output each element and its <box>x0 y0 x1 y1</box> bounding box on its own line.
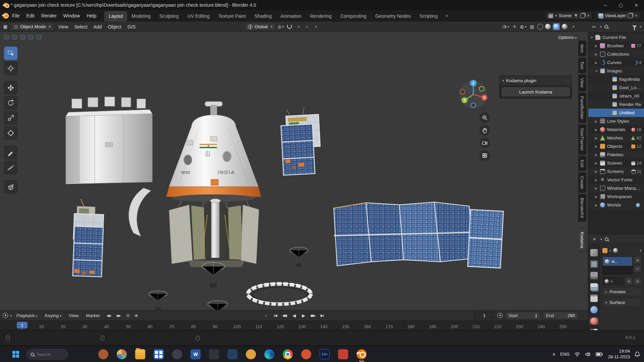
model-heat-shield[interactable] <box>129 188 151 236</box>
menu-item[interactable]: Help <box>83 11 100 20</box>
model-antenna-right[interactable] <box>290 247 308 267</box>
language-indicator[interactable]: ENG <box>560 352 570 357</box>
outliner-search-icon[interactable] <box>604 25 608 28</box>
taskbar-app-icon[interactable] <box>207 347 221 361</box>
model-avionics-module[interactable] <box>66 97 152 184</box>
add-workspace-button[interactable]: + <box>442 11 451 20</box>
menu-item[interactable]: File <box>9 11 23 20</box>
jump-next-keyframe-button[interactable]: ◆▶ <box>115 313 122 318</box>
sidebar-tab[interactable]: FaceBuilder <box>578 93 586 123</box>
properties-tab[interactable] <box>589 295 599 302</box>
add-slot-button[interactable]: + <box>634 256 641 264</box>
playhead-marker[interactable]: 1 <box>17 322 28 328</box>
overlays-dropdown[interactable]: ◍ <box>520 23 527 30</box>
viewport-menu-item[interactable]: Add <box>91 22 105 31</box>
taskbar-app-icon[interactable] <box>114 347 129 361</box>
viewport-toggle-icon[interactable] <box>36 35 42 40</box>
properties-tab[interactable] <box>589 283 599 291</box>
snap-settings-dropdown[interactable] <box>295 23 302 30</box>
sidebar-tab[interactable]: BlenderKit <box>578 194 586 222</box>
material-slot-empty[interactable] <box>603 266 632 275</box>
navigation-gizmo[interactable]: Z X Y <box>458 79 488 110</box>
play-button[interactable]: ▶ <box>299 312 308 319</box>
disclosure-arrow[interactable]: ▶ <box>595 53 600 56</box>
sidebar-tab[interactable]: GeoTracker <box>578 124 586 155</box>
surface-section-header[interactable]: ▾ Surface <box>602 298 641 307</box>
viewport-toggle-icon[interactable] <box>11 35 18 40</box>
preview-section-header[interactable]: ▸ Preview <box>602 288 641 296</box>
options-dropdown[interactable]: Options <box>558 35 577 40</box>
jump-to-end-button[interactable]: ▶| <box>318 312 327 319</box>
taskbar-app-icon[interactable] <box>336 347 351 361</box>
outliner-row[interactable]: ▶ Palettes <box>588 150 644 159</box>
workspace-tab[interactable]: Animation <box>276 11 306 21</box>
outliner-display-dropdown[interactable]: ▾ <box>600 25 602 28</box>
disclosure-arrow[interactable]: ▶ <box>595 128 600 131</box>
tool-add-cube[interactable] <box>4 180 17 194</box>
notification-bell-icon[interactable] <box>635 351 640 357</box>
disclosure-arrow[interactable]: ▶ <box>595 44 600 48</box>
panel-drag-handle[interactable]: :::: <box>564 79 569 83</box>
camera-view-button[interactable] <box>479 138 490 148</box>
disclosure-arrow[interactable]: ▼ <box>590 36 595 39</box>
viewport-3d[interactable]: भारत INDIA <box>0 32 588 310</box>
disclosure-arrow[interactable]: ▶ <box>595 61 600 64</box>
jump-to-start-button[interactable]: |◀ <box>271 312 280 319</box>
snap-magnet-icon[interactable] <box>286 23 293 30</box>
menu-item[interactable]: Edit <box>23 11 38 20</box>
sidebar-tab[interactable]: Edit <box>578 156 586 171</box>
outliner-row[interactable]: ▼ Images <box>588 67 644 75</box>
taskbar-app-icon[interactable] <box>170 347 184 361</box>
disclosure-arrow[interactable]: ▶ <box>595 195 600 198</box>
scene-browse-arrow[interactable]: ▾ <box>555 14 557 17</box>
sidebar-tab[interactable]: View <box>578 74 586 91</box>
model-service-module[interactable] <box>169 199 259 267</box>
tool-cursor[interactable] <box>4 62 17 75</box>
properties-editor-dropdown[interactable]: ▾ <box>600 237 602 241</box>
remove-slot-button[interactable]: − <box>634 265 641 273</box>
current-frame-field[interactable]: 1 <box>474 312 495 319</box>
workspace-tab[interactable]: Scripting <box>415 11 442 21</box>
outliner-row[interactable]: ▶ Objects 12 <box>588 142 644 150</box>
tool-annotate[interactable] <box>4 146 17 159</box>
viewlayer-selector[interactable]: ViewLayer × <box>596 12 640 19</box>
model-antenna-left[interactable] <box>149 291 167 310</box>
sync-button[interactable]: ◈ <box>133 312 139 319</box>
blender-menu-icon[interactable] <box>3 13 9 19</box>
remove-viewlayer-icon[interactable]: × <box>635 13 637 18</box>
outliner-row[interactable]: ▶ Collections <box>588 50 644 58</box>
model-solar-array[interactable] <box>334 202 503 268</box>
scene-canvas[interactable]: भारत INDIA <box>0 32 588 310</box>
taskbar-app-icon[interactable] <box>96 347 111 361</box>
viewport-menu-item[interactable]: Select <box>71 22 91 31</box>
model-antenna-bottom[interactable] <box>208 301 227 310</box>
next-keyframe-button[interactable]: ◆▶ <box>309 312 317 319</box>
workspace-tab[interactable]: Texture Paint <box>214 11 250 21</box>
sidebar-tab[interactable]: Tool <box>578 58 586 73</box>
tool-rotate[interactable] <box>4 96 17 110</box>
object-icon[interactable] <box>602 248 607 253</box>
workspace-tab[interactable]: UV Editing <box>183 11 214 21</box>
properties-tab[interactable] <box>589 272 599 279</box>
editor-type-icon[interactable]: ▦ <box>2 23 9 30</box>
model-adapter-ring[interactable] <box>248 283 311 304</box>
volume-icon[interactable] <box>585 352 591 357</box>
outliner-filter-icon[interactable] <box>632 25 637 28</box>
tool-scale[interactable] <box>4 111 17 125</box>
taskbar-app-icon[interactable] <box>151 347 166 361</box>
properties-search-icon[interactable] <box>605 237 608 241</box>
hidden-icons-chevron[interactable]: ∧ <box>552 352 556 357</box>
outliner-row[interactable]: flagofindia <box>588 75 644 83</box>
taskbar-search[interactable] <box>26 349 68 360</box>
taskbar-app-icon[interactable]: Lrc <box>317 347 332 361</box>
taskbar-app-icon[interactable] <box>299 347 314 361</box>
new-scene-icon[interactable] <box>580 13 585 18</box>
pin-icon[interactable] <box>574 13 578 18</box>
workspace-tab[interactable]: Rendering <box>306 11 336 21</box>
outliner-row[interactable]: ▶ Workspaces <box>588 192 644 201</box>
playback-menu[interactable]: Playback <box>14 312 40 319</box>
unlink-material-button[interactable]: × <box>634 278 641 285</box>
shading-rendered-icon[interactable] <box>562 24 568 29</box>
taskbar-app-icon[interactable] <box>262 347 277 361</box>
disclosure-arrow[interactable]: ▶ <box>595 153 600 157</box>
